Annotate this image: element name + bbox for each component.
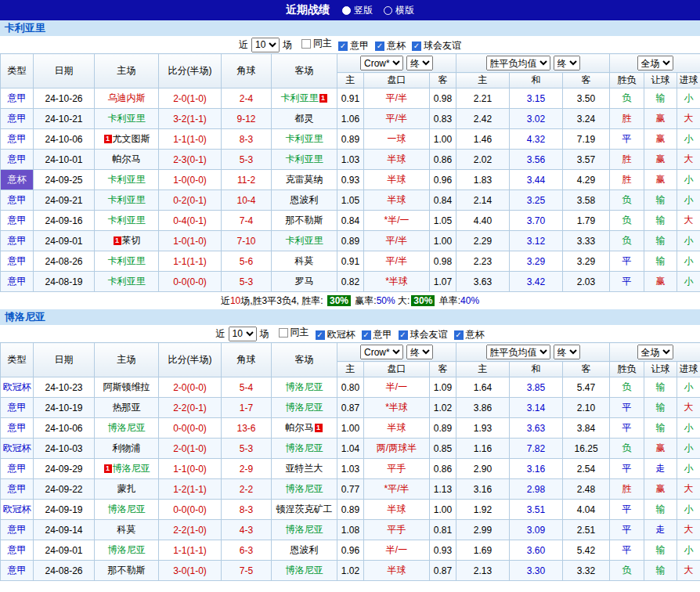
avg-type-select[interactable]: 胜平负均值 <box>486 345 550 359</box>
home-team-cell: 蒙扎 <box>95 479 159 500</box>
col-odds-home: 主 <box>337 73 364 88</box>
layout-radio-horizontal[interactable]: 横版 <box>384 4 414 17</box>
odds-time-select[interactable]: 终 <box>406 56 433 70</box>
odds-away-cell: 1.09 <box>430 377 456 398</box>
team-name: 博洛尼亚 <box>286 381 323 392</box>
corner-cell: 8-3 <box>222 129 272 150</box>
score-cell: 0-2(0-1) <box>159 190 222 211</box>
col-avg-away: 客 <box>563 362 610 377</box>
score-cell: 0-0(0-0) <box>159 418 222 439</box>
date-cell: 24-09-21 <box>34 190 95 211</box>
handicap-cell: 平/半 <box>364 231 430 251</box>
match-count-select[interactable]: 10 <box>251 38 280 52</box>
team-name: 恩波利 <box>290 194 319 205</box>
handicap-cell: *半球 <box>364 398 430 418</box>
avg-draw-cell: 2.98 <box>510 479 563 500</box>
filter-checkbox-意甲[interactable]: 意甲 <box>362 328 392 341</box>
avg-away-cell: 4.29 <box>563 170 610 190</box>
goals-result-cell: 小 <box>677 418 700 439</box>
avg-away-cell: 3.50 <box>563 88 610 109</box>
match-row: 意杯24-09-25卡利亚里1-0(0-0)11-2克雷莫纳0.93半球0.96… <box>1 170 700 190</box>
filter-label: 意甲 <box>350 39 369 52</box>
handicap-result-cell: 输 <box>644 377 677 398</box>
filter-label: 欧冠杯 <box>327 328 355 341</box>
away-team-cell: 博洛尼亚 <box>272 479 337 500</box>
summary-segment: 单率: <box>436 294 460 308</box>
match-row: 意甲24-09-291博洛尼亚1-1(0-0)2-9亚特兰大1.03平手0.86… <box>1 459 700 479</box>
summary-segment: 40% <box>460 295 479 306</box>
handicap-cell: 平/半 <box>364 251 430 272</box>
league-cell: 欧冠杯 <box>1 439 34 459</box>
scope-select[interactable]: 全场 <box>637 345 673 359</box>
away-team-cell: 帕尔马1 <box>272 418 337 439</box>
avg-away-cell: 1.79 <box>563 211 610 231</box>
avg-away-cell: 3.57 <box>563 150 610 170</box>
goals-result-cell: 小 <box>677 459 700 479</box>
avg-time-select[interactable]: 终 <box>554 345 580 359</box>
avg-home-cell: 1.16 <box>456 439 510 459</box>
near-label: 近 <box>216 327 226 341</box>
page-title: 近期战绩 <box>286 3 330 17</box>
filter-checkbox-意杯[interactable]: 意杯 <box>375 39 406 52</box>
avg-type-select[interactable]: 胜平负均值 <box>486 56 550 70</box>
filter-checkbox-欧冠杯[interactable]: 欧冠杯 <box>316 328 355 341</box>
filter-checkbox-同主[interactable]: 同主 <box>301 37 332 50</box>
layout-radio-vertical[interactable]: 竖版 <box>342 4 373 17</box>
team-name: 尤文图斯 <box>113 133 150 144</box>
col-corner: 角球 <box>222 54 272 88</box>
odds-away-cell: 1.13 <box>430 479 456 500</box>
odds-away-cell: 0.83 <box>430 109 456 129</box>
filter-checkbox-意甲[interactable]: 意甲 <box>338 39 369 52</box>
scope-select[interactable]: 全场 <box>637 56 673 70</box>
avg-time-select[interactable]: 终 <box>554 56 580 70</box>
filter-checkbox-球会友谊[interactable]: 球会友谊 <box>412 39 461 52</box>
team-name: 卡利亚里 <box>108 276 146 287</box>
result-cell: 负 <box>610 439 644 459</box>
corner-cell: 13-6 <box>222 418 272 439</box>
team-name: 卡利亚里 <box>286 153 323 164</box>
match-count-select[interactable]: 10 <box>229 327 257 341</box>
home-team-cell: 1尤文图斯 <box>95 129 159 150</box>
filter-label: 球会友谊 <box>424 39 461 52</box>
handicap-result-cell: 赢 <box>644 150 677 170</box>
home-team-cell: 卡利亚里 <box>95 272 159 292</box>
score-cell: 0-4(0-1) <box>159 211 222 231</box>
date-cell: 24-10-03 <box>34 439 95 459</box>
team-name: 亚特兰大 <box>286 463 323 474</box>
col-goals: 进球 <box>677 362 700 377</box>
handicap-cell: 半球 <box>364 561 430 581</box>
handicap-result-cell: 赢 <box>644 272 677 292</box>
team-name: 博洛尼亚 <box>286 442 323 453</box>
odds-company-select[interactable]: Crow* <box>360 56 403 70</box>
filter-checkbox-意杯[interactable]: 意杯 <box>454 328 485 341</box>
avg-home-cell: 1.46 <box>456 129 510 150</box>
avg-away-cell: 2.51 <box>563 520 610 540</box>
avg-draw-cell: 3.51 <box>510 500 563 520</box>
radio-vertical-label: 竖版 <box>354 4 373 17</box>
odds-time-select[interactable]: 终 <box>406 345 433 359</box>
odds-home-cell: 1.03 <box>337 150 364 170</box>
score-cell: 1-1(1-1) <box>159 251 222 272</box>
avg-draw-cell: 4.32 <box>510 129 563 150</box>
filter-checkbox-球会友谊[interactable]: 球会友谊 <box>399 328 448 341</box>
home-team-cell: 科莫 <box>95 520 159 540</box>
handicap-cell: 平/半 <box>364 109 430 129</box>
filter-checkbox-同主[interactable]: 同主 <box>279 326 309 339</box>
league-cell: 意甲 <box>1 231 34 251</box>
summary-segment: 30% <box>327 295 351 306</box>
col-handicap: 盘口 <box>364 73 430 88</box>
corner-cell: 8-3 <box>222 500 272 520</box>
goals-result-cell: 小 <box>677 170 700 190</box>
team-section-cagliari: 卡利亚里 近 10 场 同主意甲意杯球会友谊 类型 日期 主场 比分(半场) 角… <box>0 20 700 309</box>
odds-company-select[interactable]: Crow* <box>360 345 403 359</box>
odds-home-cell: 0.96 <box>337 540 364 561</box>
league-cell: 意甲 <box>1 561 34 581</box>
corner-cell: 10-4 <box>222 190 272 211</box>
goals-result-cell: 小 <box>677 272 700 292</box>
handicap-result-cell: 输 <box>644 418 677 439</box>
home-team-cell: 利物浦 <box>95 439 159 459</box>
col-handicap-result: 让球 <box>644 73 677 88</box>
score-cell: 1-0(1-0) <box>159 231 222 251</box>
away-team-cell: 博洛尼亚 <box>272 398 337 418</box>
result-cell: 平 <box>610 251 644 272</box>
